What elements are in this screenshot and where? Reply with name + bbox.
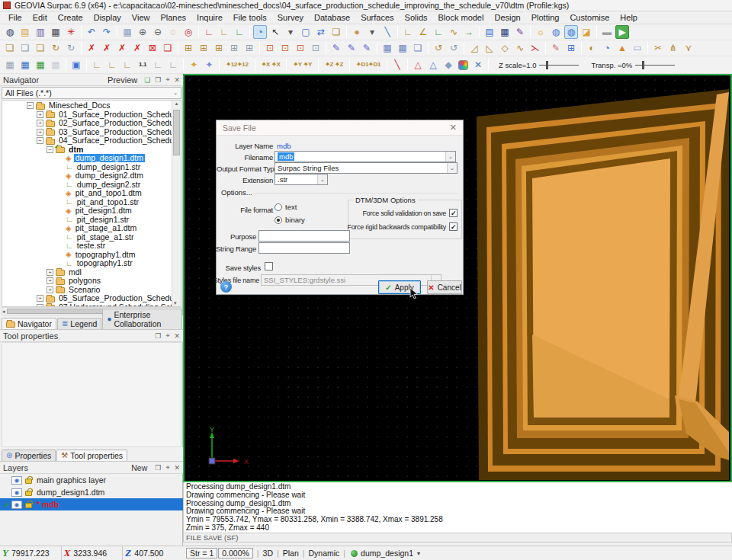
- tree-item-05-surface-production-schedule-short[interactable]: +05_Surface_Production_Schedule_Short_: [2, 294, 172, 303]
- chevron-down-icon[interactable]: ⌄: [447, 163, 457, 173]
- decimal-display-button[interactable]: 1.1: [136, 58, 149, 72]
- send-string-button[interactable]: →: [462, 25, 476, 39]
- close-panel-icon[interactable]: ✕: [174, 76, 180, 84]
- filename-input[interactable]: mdb ⌄: [274, 151, 456, 162]
- menu-plotting[interactable]: Plotting: [526, 12, 565, 23]
- select-pointer-button[interactable]: ↖: [268, 25, 282, 39]
- expand-icon[interactable]: +: [37, 295, 43, 302]
- tree-item-polygons[interactable]: +polygons: [2, 277, 172, 286]
- mode-3d[interactable]: 3D: [263, 549, 273, 558]
- force-solid-validation-row[interactable]: Force solid validation on save ✓: [362, 209, 458, 217]
- label-z-button[interactable]: ✦Z ✦Z: [322, 58, 346, 72]
- unlocked-padlock-icon[interactable]: [25, 478, 32, 484]
- menu-planes[interactable]: Planes: [155, 12, 191, 23]
- grid-plan-button[interactable]: ▦: [3, 58, 17, 72]
- menu-design[interactable]: Design: [489, 12, 525, 23]
- bead-segment-button[interactable]: ◐: [585, 41, 599, 55]
- string-display-3-button[interactable]: ∟: [151, 58, 165, 72]
- string-number-field[interactable]: Str = 1: [186, 548, 217, 558]
- menu-customise[interactable]: Customise: [564, 12, 615, 23]
- wireframe-button[interactable]: ◍: [549, 25, 563, 39]
- paste-node-button[interactable]: ⊡: [309, 41, 323, 55]
- radio-binary[interactable]: binary: [274, 216, 305, 224]
- point-table-button[interactable]: ▦: [380, 41, 394, 55]
- float-panel-icon[interactable]: ❐: [155, 332, 161, 340]
- digitise-pencil-button[interactable]: ✎: [549, 41, 563, 55]
- edit-point-button[interactable]: ✎: [329, 41, 343, 55]
- move-node-button[interactable]: ⊡: [263, 41, 277, 55]
- play-macro-button[interactable]: ▶: [615, 25, 629, 39]
- graphics-viewport[interactable]: Y X Save File ✕ Layer Name mdb Filename …: [183, 74, 732, 482]
- select-window-button[interactable]: ▢: [299, 25, 313, 39]
- string-range-input[interactable]: [258, 242, 350, 254]
- purpose-input[interactable]: [258, 230, 350, 242]
- displays-button[interactable]: ▦: [498, 25, 512, 39]
- string-display-4-button[interactable]: ∟: [166, 58, 180, 72]
- clip-string-button[interactable]: ⋋: [528, 41, 542, 55]
- menu-view[interactable]: View: [127, 12, 156, 23]
- redo-edit-button[interactable]: ↺: [447, 41, 461, 55]
- menu-surfaces[interactable]: Surfaces: [355, 12, 399, 23]
- note-button[interactable]: ▤: [483, 25, 496, 39]
- save-styles-checkbox[interactable]: [265, 262, 273, 270]
- delete-segment-button[interactable]: ✗: [100, 41, 114, 55]
- delete-range-button[interactable]: ✗: [130, 41, 144, 55]
- digitise-line-button[interactable]: ╲: [380, 25, 394, 39]
- output-format-select[interactable]: Surpac String Files ⌄: [274, 162, 458, 174]
- insert-string-button[interactable]: ⊞: [212, 41, 226, 55]
- grid-off-button[interactable]: ▦: [49, 58, 63, 72]
- tree-item-07-underground-scheduling-setup-heac[interactable]: +07 Underground Scheduling Setup Heac: [2, 303, 172, 307]
- new-string-button[interactable]: ❏: [3, 41, 17, 55]
- tree-item-topography1-str[interactable]: ∟topography1.str: [2, 259, 172, 268]
- insert-point-button[interactable]: ⊞: [181, 41, 195, 55]
- radio-text-icon[interactable]: [274, 203, 282, 211]
- copy-string-button[interactable]: ❏: [18, 41, 32, 55]
- join-line-button[interactable]: ◺: [483, 41, 496, 55]
- expand-icon[interactable]: +: [37, 304, 43, 306]
- tin-blue-button[interactable]: △: [426, 58, 440, 72]
- insert-segment-button[interactable]: ⊞: [197, 41, 210, 55]
- move-segment-button[interactable]: ⊡: [278, 41, 292, 55]
- pin-panel-icon[interactable]: ⌖: [165, 463, 169, 472]
- menu-block-model[interactable]: Block model: [433, 12, 490, 23]
- trim-tool-button[interactable]: ✂: [651, 41, 665, 55]
- expand-icon[interactable]: +: [47, 269, 53, 276]
- expand-icon[interactable]: +: [37, 120, 43, 126]
- reset-graphics-button[interactable]: ✳: [64, 25, 78, 39]
- close-string-button[interactable]: ◇: [498, 41, 512, 55]
- dialog-title-bar[interactable]: Save File ✕: [217, 120, 463, 136]
- close-panel-icon[interactable]: ✕: [174, 332, 180, 340]
- chevron-down-icon[interactable]: ⌄: [317, 174, 327, 184]
- tree-item-teste-str[interactable]: ∟teste.str: [2, 242, 172, 251]
- edit-pencil-button[interactable]: ✎: [513, 25, 527, 39]
- view-axis-z-button[interactable]: ∟: [233, 25, 246, 39]
- tab-enterprise-collaboration[interactable]: ● Enterprise Collaboration: [102, 309, 182, 329]
- menu-inquire[interactable]: Inquire: [191, 12, 228, 23]
- rectangle-tool-button[interactable]: ▭: [631, 41, 644, 55]
- radio-text[interactable]: text: [274, 203, 297, 211]
- close-panel-icon[interactable]: ✕: [174, 464, 180, 472]
- tree-item-04-surface-production-schedule-improv[interactable]: −04_Surface_Production_Schedule_Improv: [2, 136, 172, 146]
- tab-navigator[interactable]: Navigator: [2, 318, 56, 329]
- zoom-in-button[interactable]: ⊕: [136, 25, 149, 39]
- delete-string-button[interactable]: ✗: [115, 41, 129, 55]
- active-layer-selector[interactable]: dump_design1: [361, 549, 413, 558]
- menu-database[interactable]: Database: [309, 12, 355, 23]
- print-button[interactable]: ▦: [49, 25, 63, 39]
- edit-string-button[interactable]: ✎: [360, 41, 374, 55]
- layer-row-mdb[interactable]: ✓◉* mdb: [0, 498, 183, 510]
- split-tool-button[interactable]: ⋎: [682, 41, 695, 55]
- layer-row-main-graphics-layer[interactable]: ◉main graphics layer: [0, 474, 183, 486]
- pin-panel-icon[interactable]: ⌖: [165, 331, 169, 340]
- undo-edit-button[interactable]: ↺: [432, 41, 445, 55]
- chevron-down-icon[interactable]: ▾: [417, 550, 420, 557]
- collapse-icon[interactable]: −: [47, 146, 53, 153]
- tree-item-pit-stage-a1-dtm[interactable]: ◈pit_stage_a1.dtm: [2, 224, 172, 233]
- delete-window-button[interactable]: ⊠: [146, 41, 159, 55]
- force-rigid-compat-checkbox[interactable]: ✓: [449, 222, 458, 231]
- refresh-display-button[interactable]: ▣: [69, 58, 83, 72]
- edit-segment-button[interactable]: ✎: [345, 41, 358, 55]
- move-point-button[interactable]: ⇄: [314, 25, 328, 39]
- tree-item-dump-design2-dtm[interactable]: ◈dump_design2.dtm: [2, 171, 172, 181]
- delete-point-button[interactable]: ✗: [85, 41, 98, 55]
